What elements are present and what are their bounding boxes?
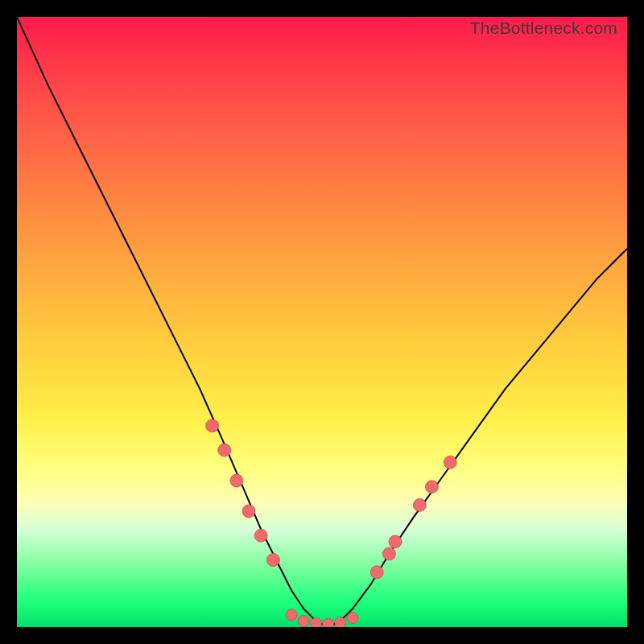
data-marker bbox=[286, 609, 297, 621]
watermark-text: TheBottleneck.com bbox=[470, 19, 617, 38]
data-marker bbox=[347, 613, 358, 624]
data-marker bbox=[425, 481, 438, 493]
data-marker bbox=[206, 419, 219, 432]
plot-area: TheBottleneck.com bbox=[17, 17, 627, 627]
data-marker bbox=[444, 456, 456, 469]
data-marker bbox=[242, 505, 255, 518]
data-marker bbox=[230, 474, 243, 487]
data-marker bbox=[335, 617, 346, 627]
chart-svg bbox=[17, 17, 627, 627]
data-marker bbox=[323, 618, 334, 627]
data-marker bbox=[310, 618, 321, 628]
data-marker bbox=[298, 615, 309, 626]
data-marker bbox=[382, 547, 395, 560]
data-marker bbox=[218, 444, 231, 456]
data-marker bbox=[413, 498, 426, 511]
data-marker bbox=[389, 535, 402, 548]
chart-frame: TheBottleneck.com bbox=[0, 0, 644, 644]
bottleneck-curve bbox=[17, 17, 627, 627]
data-marker bbox=[370, 566, 383, 579]
data-marker bbox=[254, 529, 267, 542]
data-marker bbox=[266, 554, 279, 567]
